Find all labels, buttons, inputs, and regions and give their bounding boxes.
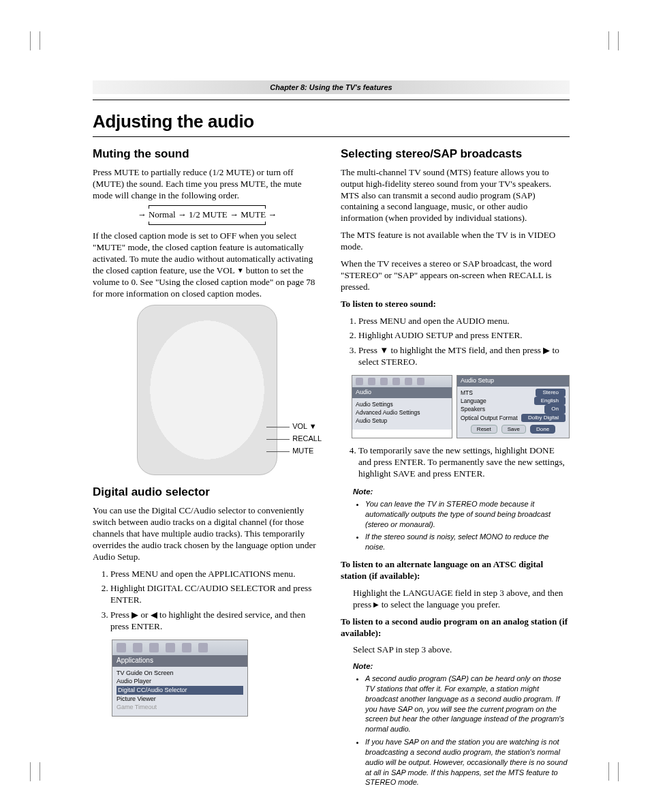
note-heading: Note:	[353, 487, 570, 497]
callout-mute: MUTE	[266, 445, 322, 457]
note-heading: Note:	[353, 661, 570, 672]
subheading: To listen to a second audio program on a…	[341, 616, 570, 640]
note-list: You can leave the TV in STEREO mode beca…	[341, 499, 570, 552]
step-item: Press ▼ to highlight the MTS field, and …	[358, 345, 570, 368]
step-item: To temporarily save the new settings, hi…	[358, 445, 570, 480]
body-text: The multi-channel TV sound (MTS) feature…	[341, 167, 570, 224]
subheading: To listen to stereo sound:	[341, 299, 570, 310]
body-text: Select SAP in step 3 above.	[353, 644, 570, 656]
cycle-text: → Normal → 1/2 MUTE → MUTE →	[138, 209, 277, 220]
body-text: Highlight the LANGUAGE field in step 3 a…	[353, 588, 570, 611]
crop-mark	[30, 31, 49, 50]
osd-item-disabled: Game Timeout	[117, 703, 243, 712]
osd-button: Save	[501, 425, 526, 434]
step-item: Highlight AUDIO SETUP and press ENTER.	[358, 330, 570, 342]
osd-title: Audio Setup	[457, 376, 569, 387]
section-heading: Muting the sound	[93, 147, 322, 162]
osd-button-highlighted: Done	[530, 425, 555, 434]
left-column: Muting the sound Press MUTE to partially…	[93, 147, 322, 794]
body-text: You can use the Digital CC/Audio selecto…	[93, 505, 322, 562]
osd-title: Applications	[112, 655, 247, 667]
step-item: Press MENU and open the AUDIO menu.	[358, 316, 570, 327]
osd-row-value: Stereo	[536, 389, 566, 397]
osd-item: Picture Viewer	[117, 695, 243, 704]
osd-button: Reset	[471, 425, 497, 434]
page-title: Adjusting the audio	[93, 111, 570, 132]
down-triangle-icon: ▼	[237, 267, 244, 274]
note-item: If you have SAP on and the station you a…	[365, 737, 570, 787]
section-heading: Selecting stereo/SAP broadcasts	[341, 147, 570, 162]
remote-control-figure: VOL ▼ RECALL MUTE	[137, 305, 277, 475]
crop-mark	[600, 31, 619, 50]
osd-audio-setup-figure: Audio Audio Settings Advanced Audio Sett…	[352, 375, 570, 438]
osd-row-value: On	[544, 405, 566, 413]
osd-item: TV Guide On Screen	[117, 669, 243, 678]
divider	[93, 100, 570, 100]
section-heading: Digital audio selector	[93, 485, 322, 500]
note-item: A second audio program (SAP) can be hear…	[365, 674, 570, 734]
crop-mark	[600, 762, 619, 781]
osd-item: Advanced Audio Settings	[356, 408, 448, 417]
body-text: When the TV receives a stereo or SAP bro…	[341, 258, 570, 293]
steps-list: To temporarily save the new settings, hi…	[341, 445, 570, 480]
page-content: Chapter 8: Using the TV's features Adjus…	[93, 0, 570, 812]
osd-row-label: MTS	[461, 389, 473, 397]
osd-item-highlighted: Digital CC/Audio Selector	[117, 686, 243, 695]
step-item: Press ▶ or ◀ to highlight the desired se…	[110, 610, 322, 633]
osd-applications-figure: Applications TV Guide On Screen Audio Pl…	[112, 640, 248, 717]
osd-row-value: English	[534, 397, 566, 405]
osd-title: Audio	[352, 387, 452, 398]
crop-mark	[30, 762, 49, 781]
step-item: Press MENU and open the APPLICATIONS men…	[110, 569, 322, 580]
steps-list: Press MENU and open the AUDIO menu. High…	[341, 316, 570, 369]
body-text: Press MUTE to partially reduce (1/2 MUTE…	[93, 167, 322, 202]
chapter-header: Chapter 8: Using the TV's features	[93, 80, 570, 94]
note-list: A second audio program (SAP) can be hear…	[341, 674, 570, 787]
osd-item: Audio Setup	[356, 417, 448, 425]
osd-item: Audio Settings	[356, 400, 448, 408]
osd-row-label: Language	[461, 397, 486, 405]
callout-vol-down: VOL ▼	[266, 420, 322, 432]
right-column: Selecting stereo/SAP broadcasts The mult…	[341, 147, 570, 794]
osd-item: Audio Player	[117, 677, 243, 686]
osd-row-label: Speakers	[461, 405, 485, 413]
callout-recall: RECALL	[266, 432, 322, 445]
step-item: Highlight DIGITAL CC/AUDIO SELECTOR and …	[110, 583, 322, 606]
note-item: You can leave the TV in STEREO mode beca…	[365, 499, 570, 530]
mute-cycle-diagram: → Normal → 1/2 MUTE → MUTE →	[125, 207, 289, 224]
note-item: If the stereo sound is noisy, select MON…	[365, 532, 570, 552]
steps-list: Press MENU and open the APPLICATIONS men…	[93, 569, 322, 633]
osd-row-label: Optical Output Format	[461, 414, 518, 422]
subheading: To listen to an alternate language on an…	[341, 559, 570, 582]
divider	[93, 136, 570, 137]
osd-row-value: Dolby Digital	[521, 414, 566, 422]
body-text: The MTS feature is not available when th…	[341, 230, 570, 253]
body-text: If the closed caption mode is set to OFF…	[93, 230, 322, 299]
